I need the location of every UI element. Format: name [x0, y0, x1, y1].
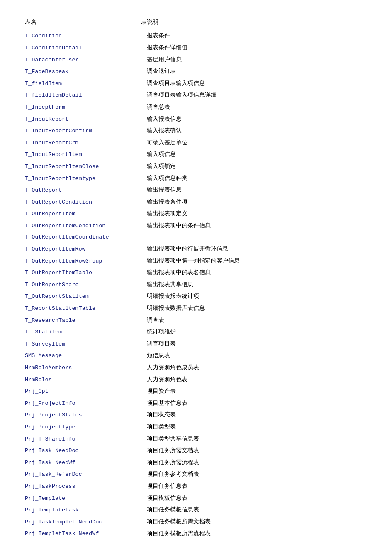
row-table-desc: 项目任务参考文档表	[141, 470, 199, 479]
table-row: T_OutReportItem 输出报表项定义	[25, 208, 367, 220]
row-table-name: Prj_Task_ReferDoc	[25, 470, 141, 479]
row-table-desc: 可录入基层单位	[141, 138, 187, 147]
table-row: Prj_TempletTask_NeedWf 项目任务模板所需流程表	[25, 528, 367, 540]
row-table-name: HrmRoles	[25, 375, 141, 385]
row-table-desc: 输出报表项中第一列指定的客户信息	[141, 256, 240, 265]
row-table-desc: 项目模板信息表	[141, 494, 187, 503]
row-table-desc: 输出报表信息	[141, 185, 182, 195]
table-row: T_OutReportItemCondition 输出报表项中的条件信息	[25, 220, 367, 232]
table-row: T_Condition 报表条件	[25, 30, 367, 42]
table-row: T_OutReportItemRowGroup 输出报表项中第一列指定的客户信息	[25, 255, 367, 267]
row-table-name: T_OutReportItemRowGroup	[25, 257, 141, 266]
table-row: T_OutReportItemTable 输出报表项中的表名信息	[25, 267, 367, 279]
row-table-desc: 项目状态表	[141, 410, 176, 419]
row-table-desc: 短信息表	[141, 351, 170, 360]
table-row: Prj_ProjectInfo 项目基本信息表	[25, 397, 367, 409]
table-row: Prj_Task_NeedWf 项目任务所需流程表	[25, 457, 367, 469]
row-table-name: Prj_TaskProcess	[25, 482, 141, 491]
row-table-name: T_ConditionDetail	[25, 44, 141, 53]
table-row: Prj_T_ShareInfo 项目类型共享信息表	[25, 433, 367, 445]
row-table-desc: 项目资产表	[141, 387, 176, 396]
row-table-name: Prj_ProjectStatus	[25, 411, 141, 420]
table-row: T_fieldItemDetail 调查项目表输入项信息详细	[25, 89, 367, 101]
row-table-name: T_OutReportItem	[25, 209, 141, 219]
row-table-desc: 输出报表项中的表名信息	[141, 268, 211, 277]
row-table-name: T_InceptForm	[25, 103, 141, 112]
row-table-desc: 输入项信息	[141, 150, 176, 159]
table-row: T_OutReport 输出报表信息	[25, 184, 367, 196]
row-table-desc: 调查退订表	[141, 67, 176, 76]
row-table-desc: 调查总表	[141, 102, 170, 112]
row-table-desc: 项目任务模板所需流程表	[141, 529, 211, 538]
row-table-name: Prj_ProjectInfo	[25, 399, 141, 408]
table-row: Prj_TaskTemplet_NeedDoc 项目任务模板所需文档表	[25, 516, 367, 528]
row-table-desc: 项目任务信息表	[141, 482, 187, 491]
row-table-name: T_InputReportItemtype	[25, 174, 141, 183]
row-table-desc: 调查项目表输入项信息	[141, 79, 205, 88]
row-table-name: Prj_Template	[25, 494, 141, 503]
table-row: Prj_Template 项目模板信息表	[25, 492, 367, 504]
row-table-name: T_FadeBespeak	[25, 67, 141, 76]
row-table-name: Prj_T_ShareInfo	[25, 435, 141, 444]
row-table-desc: 人力资源角色表	[141, 375, 187, 384]
row-table-name: Prj_Task_NeedDoc	[25, 446, 141, 455]
row-table-desc: 项目任务模板信息表	[141, 505, 199, 514]
table-row: T_InceptForm 调查总表	[25, 101, 367, 113]
row-table-desc: 明细报表报表统计项	[141, 292, 199, 301]
table-row: T_SurveyItem 调查项目表	[25, 338, 367, 350]
row-table-name: T_Condition	[25, 32, 141, 41]
row-table-name: T_OutReportShare	[25, 280, 141, 290]
row-table-name: Prj_TaskTemplet_NeedDoc	[25, 518, 141, 527]
row-table-name: T_OutReportItemCondition	[25, 222, 141, 231]
row-table-desc: 输入报表确认	[141, 126, 182, 135]
table-row: T_OutReportCondition 输出报表条件项	[25, 196, 367, 208]
table-row: T_InputReportItem 输入项信息	[25, 148, 367, 161]
row-table-desc: 输出报表条件项	[141, 197, 187, 207]
table-row: T_InputReport 输入报表信息	[25, 113, 367, 125]
table-row: T_OutReportShare 输出报表共享信息	[25, 279, 367, 291]
table-row: T_ConditionDetail 报表条件详细值	[25, 42, 367, 54]
table-row: Prj_Cpt 项目资产表	[25, 385, 367, 397]
table-row: T_DatacenterUser 基层用户信息	[25, 54, 367, 66]
row-table-desc: 调查项目表输入项信息详细	[141, 90, 217, 100]
table-row: T_OutReportStatitem 明细报表报表统计项	[25, 290, 367, 302]
row-table-desc: 项目基本信息表	[141, 399, 187, 408]
table-row: Prj_ProjectType 项目类型表	[25, 421, 367, 433]
row-table-name: T_DatacenterUser	[25, 56, 141, 65]
table-row: HrmRoleMembers 人力资源角色成员表	[25, 362, 367, 374]
table-row: T_ReportStatitemTable 明细报表数据库表信息	[25, 302, 367, 314]
row-table-desc: 输出报表项定义	[141, 209, 187, 218]
row-table-desc: 输入项锁定	[141, 162, 176, 171]
row-table-name: T_InputReport	[25, 115, 141, 124]
row-table-name: T_InputReportCrm	[25, 139, 141, 148]
row-table-desc: 明细报表数据库表信息	[141, 304, 205, 313]
row-table-desc: 基层用户信息	[141, 55, 182, 64]
table-row: T_fieldItem 调查项目表输入项信息	[25, 78, 367, 90]
row-table-desc: 输出报表项中的条件信息	[141, 221, 211, 230]
table-row: Prj_Task_NeedDoc 项目任务所需文档表	[25, 445, 367, 457]
row-table-desc: 人力资源角色成员表	[141, 363, 199, 372]
row-table-name: T_ReportStatitemTable	[25, 304, 141, 313]
table-row: T_OutReportItemRow 输出报表项中的行展开循环信息	[25, 243, 367, 255]
row-table-name: T_InputReportConfirm	[25, 127, 141, 136]
row-table-name: Prj_ProjectType	[25, 423, 141, 432]
row-table-name: Prj_TemplateTask	[25, 506, 141, 515]
row-table-desc: 报表条件详细值	[141, 43, 187, 52]
table-row: Prj_TaskProcess 项目任务信息表	[25, 480, 367, 492]
row-table-desc: 输出报表项中的行展开循环信息	[141, 244, 228, 253]
table-row: T_ResearchTable 调查表	[25, 314, 367, 326]
row-table-name: T_ResearchTable	[25, 316, 141, 325]
row-table-desc: 调查表	[141, 316, 164, 325]
row-table-name: T_OutReportCondition	[25, 198, 141, 207]
header-col-name: 表名	[25, 18, 141, 27]
row-table-desc: 报表条件	[141, 31, 170, 40]
row-table-name: T_fieldItem	[25, 79, 141, 88]
row-table-desc: 项目任务模板所需文档表	[141, 517, 211, 526]
row-table-desc: 项目类型共享信息表	[141, 434, 199, 443]
row-table-name: T_OutReportItemCoordinate	[25, 233, 141, 242]
row-table-name: T_OutReport	[25, 186, 141, 195]
row-table-name: T_OutReportItemRow	[25, 245, 141, 254]
row-table-desc: 项目任务所需流程表	[141, 458, 199, 467]
table-row: Prj_TemplateTask 项目任务模板信息表	[25, 504, 367, 516]
table-row: T_InputReportCrm 可录入基层单位	[25, 137, 367, 149]
